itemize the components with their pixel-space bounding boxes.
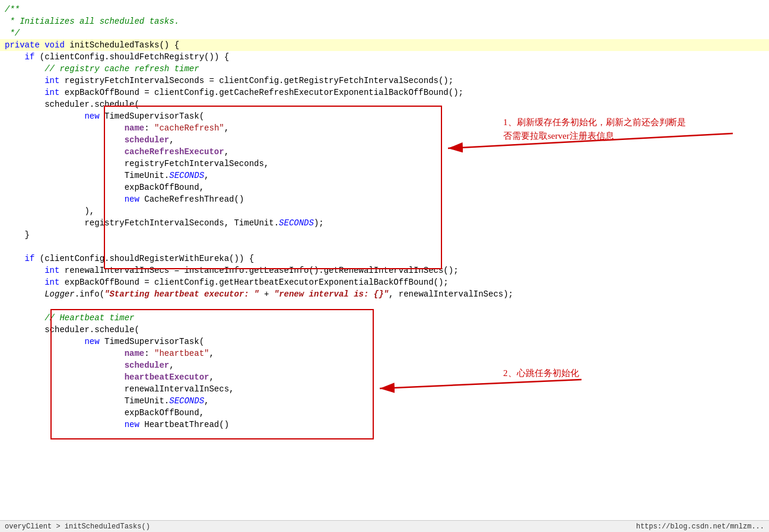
code-line-4: private void initScheduledTasks() {: [0, 39, 769, 51]
code-line-33: renewalIntervalInSecs,: [0, 383, 769, 395]
code-line-7: int registryFetchIntervalSeconds = clien…: [0, 75, 769, 87]
code-line-34: TimeUnit.SECONDS,: [0, 395, 769, 407]
code-line-5: if (clientConfig.shouldFetchRegistry()) …: [0, 51, 769, 63]
code-line-17: new CacheRefreshThread(): [0, 193, 769, 205]
code-line-36: new HeartbeatThread(): [0, 419, 769, 431]
code-line-29: new TimedSupervisorTask(: [0, 336, 769, 348]
code-line-30: name: "heartbeat",: [0, 348, 769, 359]
code-line-18: ),: [0, 205, 769, 217]
code-line-6: // registry cache refresh timer: [0, 63, 769, 75]
code-line-32: heartbeatExecutor,: [0, 371, 769, 383]
code-line-25: Logger.info("Starting heartbeat executor…: [0, 288, 769, 300]
code-editor: /** * Initializes all scheduled tasks. *…: [0, 0, 769, 520]
status-bar-left: overyClient > initScheduledTasks(): [5, 523, 150, 531]
status-bar-right: https://blog.csdn.net/mnlzm...: [636, 523, 764, 531]
code-line-19: registryFetchIntervalSeconds, TimeUnit.S…: [0, 217, 769, 229]
code-line-1: /**: [0, 4, 769, 15]
code-line-31: scheduler,: [0, 359, 769, 371]
code-line-10: new TimedSupervisorTask(: [0, 110, 769, 122]
code-line-16: expBackOffBound,: [0, 181, 769, 193]
code-line-35: expBackOffBound,: [0, 407, 769, 419]
code-line-27: // Heartbeat timer: [0, 312, 769, 324]
code-line-28: scheduler.schedule(: [0, 324, 769, 336]
code-line-21: [0, 241, 769, 253]
code-line-23: int renewalIntervalInSecs = instanceInfo…: [0, 265, 769, 276]
code-line-8: int expBackOffBound = clientConfig.getCa…: [0, 87, 769, 98]
code-line-14: registryFetchIntervalSeconds,: [0, 158, 769, 170]
code-line-9: scheduler.schedule(: [0, 98, 769, 110]
status-bar: overyClient > initScheduledTasks() https…: [0, 520, 769, 532]
code-line-11: name: "cacheRefresh",: [0, 122, 769, 134]
code-line-22: if (clientConfig.shouldRegisterWithEurek…: [0, 253, 769, 265]
code-line-24: int expBackOffBound = clientConfig.getHe…: [0, 276, 769, 288]
code-line-2: * Initializes all scheduled tasks.: [0, 15, 769, 27]
code-line-12: scheduler,: [0, 134, 769, 146]
code-line-20: }: [0, 229, 769, 241]
code-line-13: cacheRefreshExecutor,: [0, 146, 769, 158]
code-line-3: */: [0, 27, 769, 39]
code-line-15: TimeUnit.SECONDS,: [0, 170, 769, 181]
code-line-26: [0, 300, 769, 312]
